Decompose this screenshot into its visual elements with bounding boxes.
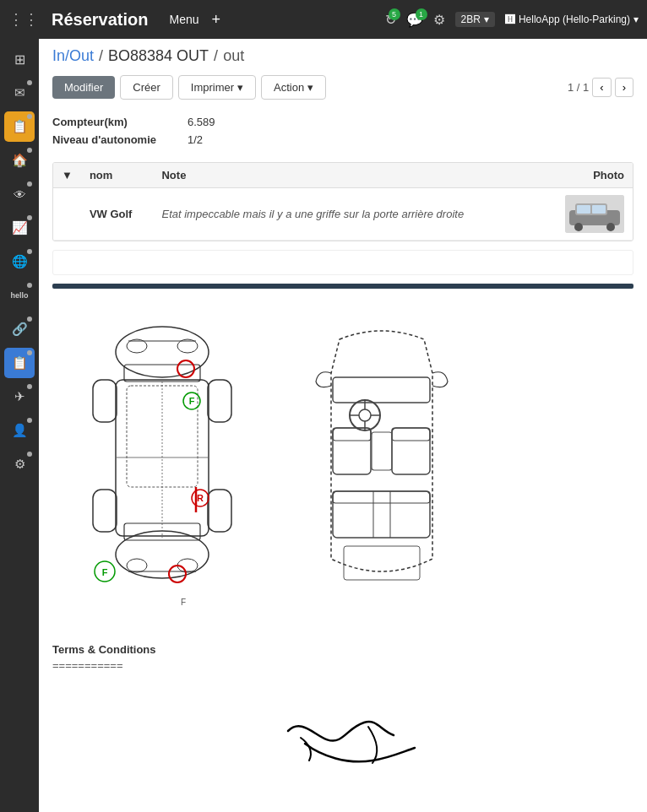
autonomie-label: Niveau d'autonomie: [52, 133, 188, 146]
svg-rect-44: [392, 428, 430, 441]
car-note: Etat impeccable mais il y a une griffe s…: [153, 188, 540, 241]
prev-page-button[interactable]: ‹: [592, 78, 611, 97]
col-photo: Photo: [541, 163, 633, 188]
creer-button[interactable]: Créer: [120, 75, 173, 100]
action-button[interactable]: Action ▾: [261, 75, 326, 100]
svg-point-36: [359, 409, 371, 421]
sidebar-item-chart[interactable]: 📈: [4, 213, 35, 243]
action-arrow-icon: ▾: [307, 81, 313, 94]
gear-icon: ⚙: [14, 457, 25, 472]
pagination-count: 1 / 1: [568, 81, 589, 94]
compteur-label: Compteur(km): [52, 116, 188, 128]
imprimer-button[interactable]: Imprimer ▾: [178, 75, 256, 100]
clipboard-icon: 📋: [12, 119, 28, 134]
compteur-row: Compteur(km) 6.589: [52, 113, 633, 131]
imprimer-arrow-icon: ▾: [237, 81, 243, 94]
app-logo-icon: 🅷: [505, 14, 515, 25]
svg-point-33: [169, 566, 186, 582]
grid-menu-icon[interactable]: ⋮⋮: [8, 10, 39, 29]
svg-rect-5: [577, 205, 590, 214]
breadcrumb-parent[interactable]: In/Out: [52, 47, 94, 65]
svg-point-32: [177, 360, 194, 377]
svg-rect-13: [93, 380, 117, 422]
svg-text:F: F: [189, 396, 195, 406]
car-diagram-section: F R F F: [39, 284, 647, 618]
modifier-button[interactable]: Modifier: [52, 76, 115, 99]
damage-table: ▼ nom Note Photo VW Golf Etat impeccable…: [52, 162, 633, 241]
sidebar-item-eye[interactable]: 👁: [4, 179, 35, 209]
sidebar-item-globe[interactable]: 🌐: [4, 246, 35, 277]
sidebar-item-link[interactable]: 🔗: [4, 314, 35, 344]
svg-rect-6: [592, 205, 606, 214]
sidebar-item-grid[interactable]: ⊞: [4, 44, 35, 74]
sidebar-item-clipboard[interactable]: 📋: [4, 111, 35, 142]
link-icon: 🔗: [12, 322, 28, 337]
diagrams-row: F R F F: [52, 306, 633, 618]
car-name: VW Golf: [81, 188, 154, 241]
info-section: Compteur(km) 6.589 Niveau d'autonomie 1/…: [39, 108, 647, 154]
svg-rect-41: [333, 428, 371, 474]
car-photo-cell: [541, 188, 633, 241]
sidebar-item-message[interactable]: ✉: [4, 78, 35, 108]
hello-label-icon: hello: [10, 291, 28, 300]
grid-icon: ⊞: [14, 51, 25, 68]
svg-rect-43: [392, 428, 430, 474]
next-page-button[interactable]: ›: [615, 78, 633, 97]
autonomie-row: Niveau d'autonomie 1/2: [52, 131, 633, 149]
table-row: VW Golf Etat impeccable mais il y a une …: [53, 188, 633, 241]
refresh-notification[interactable]: ↻ 5: [385, 12, 396, 28]
signature-area: [39, 689, 647, 790]
svg-point-4: [606, 223, 615, 231]
add-button[interactable]: +: [212, 11, 221, 29]
toolbar: Modifier Créer Imprimer ▾ Action ▾ 1 / 1…: [39, 70, 647, 108]
layout: ⊞ ✉ 📋 🏠 👁 📈 🌐 hello: [0, 39, 647, 812]
svg-rect-47: [333, 491, 430, 503]
eye-icon: 👁: [14, 187, 26, 202]
chart-icon: 📈: [12, 220, 28, 235]
svg-rect-15: [93, 490, 117, 532]
home-icon: 🏠: [12, 153, 28, 168]
car-thumbnail-svg: [565, 195, 624, 233]
svg-rect-14: [208, 380, 231, 422]
message-icon: ✉: [14, 85, 25, 100]
sidebar-item-doc[interactable]: 📋: [4, 348, 35, 378]
chat-notification[interactable]: 💬 1: [406, 12, 423, 28]
region-selector[interactable]: 2BR ▾: [455, 12, 495, 27]
sidebar-item-hello[interactable]: hello: [4, 280, 35, 311]
sidebar: ⊞ ✉ 📋 🏠 👁 📈 🌐 hello: [0, 39, 39, 812]
sidebar-item-settings[interactable]: ⚙: [4, 449, 35, 479]
chat-badge: 1: [416, 8, 427, 20]
svg-rect-50: [333, 377, 430, 403]
col-note: Note: [153, 163, 540, 188]
compteur-value: 6.589: [188, 116, 215, 128]
notification-badge: 5: [389, 8, 400, 20]
svg-text:R: R: [197, 493, 204, 503]
autonomie-value: 1/2: [188, 133, 203, 146]
sidebar-item-plane[interactable]: ✈: [4, 382, 35, 412]
col-arrow: ▼: [53, 163, 81, 188]
app-selector[interactable]: 🅷 HelloApp (Hello-Parking) ▾: [505, 14, 639, 25]
breadcrumb-sep2: /: [214, 47, 218, 65]
car-interior-diagram: [297, 306, 466, 618]
menu-button[interactable]: Menu: [170, 13, 199, 26]
settings-icon[interactable]: ⚙: [433, 12, 445, 28]
plane-icon: ✈: [14, 389, 25, 404]
divider-bar: [52, 284, 633, 289]
svg-point-3: [574, 223, 583, 231]
row-arrow: [53, 188, 81, 241]
terms-divider: ===========: [52, 659, 633, 672]
pagination: 1 / 1 ‹ ›: [568, 78, 633, 97]
terms-title: Terms & Conditions: [52, 643, 633, 656]
signature-svg: [237, 697, 449, 782]
col-nom: nom: [81, 163, 154, 188]
globe-icon: 🌐: [12, 254, 28, 269]
app-title: Réservation: [52, 10, 149, 30]
sidebar-item-people[interactable]: 👤: [4, 415, 35, 446]
svg-text:F: F: [102, 567, 108, 577]
svg-rect-46: [333, 491, 430, 538]
svg-rect-51: [344, 546, 420, 580]
svg-rect-16: [208, 490, 231, 532]
svg-text:F: F: [181, 598, 186, 607]
sidebar-item-home[interactable]: 🏠: [4, 145, 35, 176]
main-content: In/Out / BO88384 OUT / out Modifier Crée…: [39, 39, 647, 812]
